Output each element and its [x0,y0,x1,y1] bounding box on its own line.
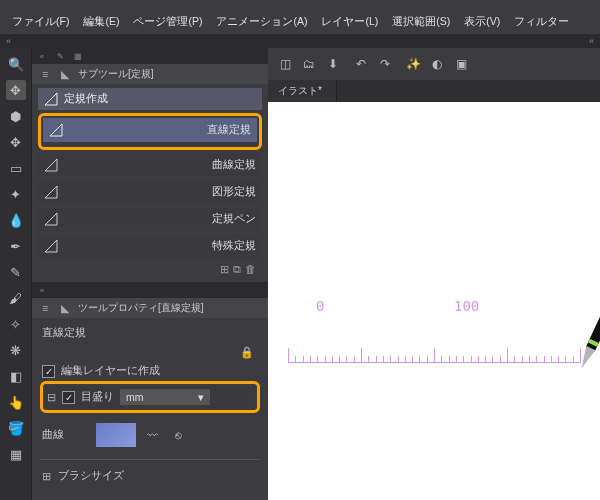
open-icon[interactable]: 🗂 [300,55,318,73]
redo-icon[interactable]: ↷ [376,55,394,73]
lock-icon[interactable]: 🔒 [240,346,254,359]
edit-layer-checkbox[interactable] [42,365,55,378]
ruler-icon: ◣ [58,67,72,81]
fill-icon[interactable]: 🪣 [6,418,26,438]
ruler-pen-icon [44,212,58,226]
chevron-down-icon: ▾ [198,391,204,403]
prop-sub-label: 直線定規 [40,322,260,344]
deco-icon[interactable]: ❋ [6,340,26,360]
eraser-icon[interactable]: ◧ [6,366,26,386]
expand-brush-icon[interactable]: ⊞ [42,470,52,482]
airbrush-icon[interactable]: ✧ [6,314,26,334]
ruler-scale-0: 0 [316,298,324,314]
add-icon[interactable]: ⊞ [220,263,229,276]
marquee-icon[interactable]: ▭ [6,158,26,178]
shape-ruler-icon [44,185,58,199]
tool-ruler-pen[interactable]: 定規ペン [38,207,262,231]
tool-label: 特殊定規 [212,239,256,253]
expand-icon[interactable]: ⊟ [47,391,56,403]
blend-icon[interactable]: 👆 [6,392,26,412]
canvas[interactable]: 0 100 [268,102,600,500]
collapse-left-icon[interactable]: « [6,36,11,46]
magnify-icon[interactable]: 🔍 [6,54,26,74]
unit-value: mm [126,391,144,403]
fillwhite-icon[interactable]: ◐ [428,55,446,73]
edit-layer-label: 編集レイヤーに作成 [61,364,160,378]
menu-page[interactable]: ページ管理(P) [133,15,202,29]
subtool-title: サブツール[定規] [78,67,154,81]
tool-line-ruler[interactable]: 直線定規 [43,118,257,142]
curve-label: 曲線 [42,428,90,442]
menu-view[interactable]: 表示(V) [464,15,500,29]
tool-tab-icon[interactable]: ▦ [72,50,84,62]
gradient-icon[interactable]: ▦ [6,444,26,464]
line-ruler-icon [49,123,63,137]
duplicate-icon[interactable]: ⧉ [233,263,241,276]
curve-ruler-icon [44,158,58,172]
curve-spline-icon[interactable]: 〰 [142,425,162,445]
save-icon[interactable]: ⬇ [324,55,342,73]
ruler-icon: ◣ [58,301,72,315]
toolprop-title: ツールプロパティ[直線定規] [78,301,204,315]
group-label: 定規作成 [64,92,108,106]
subtool-header: ≡ ◣ サブツール[定規] [32,64,268,84]
tool-shape-ruler[interactable]: 図形定規 [38,180,262,204]
tool-curve-ruler[interactable]: 曲線定規 [38,153,262,177]
pencil-icon[interactable]: ✎ [6,262,26,282]
tool-label: 図形定規 [212,185,256,199]
subtool-group-header[interactable]: 定規作成 [38,88,262,110]
scale-checkbox[interactable] [62,391,75,404]
collapse-mid-icon[interactable]: « [589,36,594,46]
main-toolbar: 🔍 ✥ ⬢ ✥ ▭ ✦ 💧 ✒ ✎ 🖌 ✧ ❋ ◧ 👆 🪣 ▦ [0,48,32,500]
menu-edit[interactable]: 編集(E) [83,15,119,29]
menu-icon[interactable]: ≡ [38,67,52,81]
menu-file[interactable]: ファイル(F) [12,15,69,29]
move-icon[interactable]: ✥ [6,80,26,100]
toolprop-header: ≡ ◣ ツールプロパティ[直線定規] [32,298,268,318]
curve-bezier-icon[interactable]: ⎋ [168,425,188,445]
collapse-icon[interactable]: « [36,50,48,62]
brush-size-label: ブラシサイズ [58,469,124,483]
highlight-scale-row: ⊟ 目盛り mm ▾ [40,381,260,413]
curve-straight-icon[interactable] [96,423,136,447]
menu-layer[interactable]: レイヤー(L) [321,15,378,29]
delete-icon[interactable]: 🗑 [245,263,256,276]
menu-icon[interactable]: ≡ [38,301,52,315]
highlight-selected-tool: 直線定規 [38,113,262,150]
deselect-icon[interactable]: ▣ [452,55,470,73]
unit-select[interactable]: mm ▾ [120,389,210,405]
new-icon[interactable]: ◫ [276,55,294,73]
menubar: ファイル(F) 編集(E) ページ管理(P) アニメーション(A) レイヤー(L… [0,10,600,34]
brush-tab-icon[interactable]: ✎ [54,50,66,62]
special-ruler-icon [44,239,58,253]
scale-label: 目盛り [81,390,114,404]
stylus-pen [585,112,600,352]
menu-filter[interactable]: フィルター [514,15,569,29]
prop-collapse-icon[interactable]: « [36,284,48,296]
pen-icon[interactable]: ✒ [6,236,26,256]
document-tab[interactable]: イラスト* [268,80,337,102]
menu-anim[interactable]: アニメーション(A) [216,15,307,29]
tool-label: 定規ペン [212,212,256,226]
ruler-guide[interactable] [288,346,580,370]
menu-sel[interactable]: 選択範囲(S) [392,15,450,29]
sub-move-icon[interactable]: ✥ [6,132,26,152]
clear-icon[interactable]: ✨ [404,55,422,73]
tool-special-ruler[interactable]: 特殊定規 [38,234,262,258]
tool-label: 直線定規 [207,123,251,137]
canvas-toolbar: ◫ 🗂 ⬇ ↶ ↷ ✨ ◐ ▣ [268,48,600,80]
eyedropper-icon[interactable]: 💧 [6,210,26,230]
undo-icon[interactable]: ↶ [352,55,370,73]
subtool-tabrow: « ✎ ▦ [32,48,268,64]
brush-icon[interactable]: 🖌 [6,288,26,308]
ruler-group-icon [44,92,58,106]
ruler-scale-100: 100 [454,298,479,314]
operation-icon[interactable]: ⬢ [6,106,26,126]
wand-icon[interactable]: ✦ [6,184,26,204]
tool-label: 曲線定規 [212,158,256,172]
